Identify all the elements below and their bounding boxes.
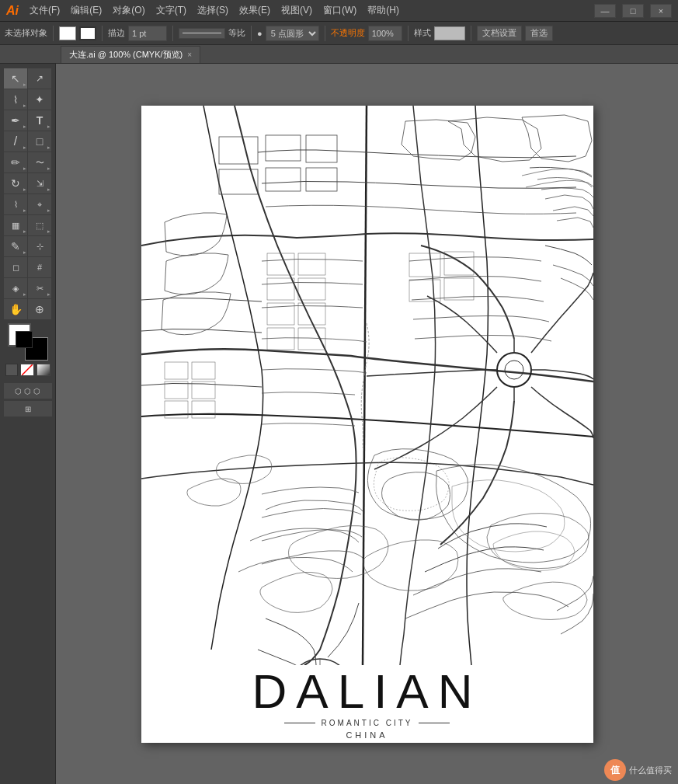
- smooth-icon: 〜: [36, 157, 44, 169]
- stroke-label: 描边: [108, 27, 125, 39]
- warp-tool[interactable]: ⌇ ▸: [4, 194, 27, 214]
- rotate-tool[interactable]: ↻ ▸: [4, 173, 27, 193]
- city-name-text: DALIAN: [252, 667, 482, 716]
- tab-dalian[interactable]: 大连.ai @ 100% (CMYK/预览) ×: [61, 46, 200, 63]
- canvas-area[interactable]: DALIAN ROMANTIC CITY CHINA 值 什么值得买: [56, 64, 678, 784]
- puppet-warp-tool[interactable]: ⌖ ▸: [28, 194, 51, 214]
- menu-window[interactable]: 窗口(W): [323, 4, 356, 17]
- graph-tool[interactable]: ▦ ▸: [4, 215, 27, 235]
- text-tool[interactable]: T ▸: [28, 110, 51, 131]
- blend-tool[interactable]: ◈ ▸: [4, 278, 27, 298]
- pencil-icon: ✏: [11, 156, 20, 169]
- tab-close-button[interactable]: ×: [187, 51, 192, 59]
- toolbar-divider-5: [325, 26, 325, 41]
- scale-arrow: ▸: [47, 186, 50, 193]
- line-tool[interactable]: / ▸: [4, 131, 27, 152]
- lasso-arrow: ▸: [23, 103, 26, 109]
- pencil-tool[interactable]: ✏ ▸: [4, 152, 27, 172]
- line-arrow: ▸: [23, 145, 26, 151]
- subtitle-line: ROMANTIC CITY: [284, 719, 450, 727]
- select-tool[interactable]: ↖ ▸: [4, 68, 27, 89]
- toolbar-divider-2: [102, 26, 103, 41]
- rect-arrow: ▸: [47, 145, 50, 151]
- fg-color-inner: [16, 331, 33, 348]
- tab-bar: 大连.ai @ 100% (CMYK/预览) ×: [0, 45, 678, 64]
- opacity-input[interactable]: [368, 26, 402, 41]
- color-mode-btn[interactable]: [5, 364, 18, 376]
- pen-tool[interactable]: ✒ ▸: [4, 110, 27, 131]
- proportion-label: 等比: [228, 27, 245, 39]
- measure-tool[interactable]: ⊹: [28, 236, 51, 256]
- rect-tool[interactable]: □ ▸: [28, 131, 51, 152]
- map-area: [141, 106, 593, 665]
- hand-tool[interactable]: ✋: [4, 299, 27, 319]
- zoom-tool[interactable]: ⊕: [28, 299, 51, 319]
- artboard-nav-tool[interactable]: ⊞: [4, 401, 52, 416]
- puppet-icon: ⌖: [37, 200, 42, 210]
- slice-tool[interactable]: ✂ ▸: [28, 278, 51, 298]
- window-maximize[interactable]: □: [622, 4, 644, 18]
- toolbar: 未选择对象 描边 等比 ● 5 点圆形 不透明度 样式 文档设置 首选: [0, 22, 678, 45]
- menu-view[interactable]: 视图(V): [281, 4, 312, 17]
- title-bar: Ai 文件(F) 编辑(E) 对象(O) 文字(T) 选择(S) 效果(E) 视…: [0, 0, 678, 22]
- blend-arrow: ▸: [23, 291, 26, 298]
- line-style-preview[interactable]: [179, 28, 225, 39]
- hand-icon: ✋: [9, 303, 23, 315]
- mesh-tool[interactable]: #: [28, 257, 51, 277]
- artboard-arrow: ▸: [47, 228, 50, 235]
- watermark: 值 什么值得买: [604, 759, 672, 781]
- direct-select-tool[interactable]: ↗: [28, 68, 51, 89]
- eyedropper-icon: ✎: [11, 240, 20, 253]
- mesh-icon: #: [37, 263, 42, 272]
- fg-bg-colors[interactable]: [8, 323, 48, 361]
- artboard-nav-icon: ⊞: [25, 405, 31, 413]
- dots-select[interactable]: 5 点圆形: [266, 26, 319, 41]
- rect-icon: □: [37, 135, 43, 148]
- first-button[interactable]: 首选: [525, 26, 553, 41]
- tab-title: 大连.ai @ 100% (CMYK/预览): [69, 49, 183, 61]
- left-toolbar: ↖ ▸ ↗ ⌇ ▸ ✦ ✒ ▸ T ▸: [0, 64, 56, 784]
- lasso-tool[interactable]: ⌇ ▸: [4, 89, 27, 110]
- stroke-width-input[interactable]: [128, 26, 167, 41]
- style-label: 样式: [414, 27, 431, 39]
- menu-help[interactable]: 帮助(H): [367, 4, 399, 17]
- artboard-tool[interactable]: ⬚ ▸: [28, 215, 51, 235]
- opacity-label: 不透明度: [331, 27, 365, 39]
- rotate-icon: ↻: [11, 177, 20, 190]
- eyedropper-tool[interactable]: ✎ ▸: [4, 236, 27, 256]
- fg-color-swatch[interactable]: [8, 323, 31, 347]
- window-minimize[interactable]: —: [594, 4, 616, 18]
- menu-object[interactable]: 对象(O): [113, 4, 144, 17]
- no-selection-label: 未选择对象: [5, 27, 47, 39]
- style-swatch[interactable]: [434, 26, 465, 40]
- window-close[interactable]: ×: [650, 4, 672, 18]
- magic-wand-icon: ✦: [35, 93, 44, 106]
- menu-file[interactable]: 文件(F): [30, 4, 60, 17]
- gradient-tool[interactable]: ◻: [4, 257, 27, 277]
- direct-select-icon: ↗: [36, 73, 43, 84]
- subtitle-left-rule: [284, 723, 315, 723]
- menu-edit[interactable]: 编辑(E): [71, 4, 102, 17]
- scale-tool[interactable]: ⇲ ▸: [28, 173, 51, 193]
- toolbar-divider-7: [471, 26, 471, 41]
- text-arrow: ▸: [47, 124, 50, 130]
- warp-arrow: ▸: [23, 207, 26, 214]
- menu-effect[interactable]: 效果(E): [239, 4, 270, 17]
- menu-select[interactable]: 选择(S): [197, 4, 228, 17]
- smooth-arrow: ▸: [47, 166, 50, 172]
- gradient-mode-btn[interactable]: [37, 364, 50, 376]
- artboard-icon: ⬚: [36, 221, 43, 231]
- measure-icon: ⊹: [37, 242, 43, 252]
- doc-settings-button[interactable]: 文档设置: [477, 26, 522, 41]
- color-area: [2, 320, 54, 379]
- reflect-tool[interactable]: ⬡ ⬡ ⬡: [4, 383, 52, 399]
- no-color-btn[interactable]: [20, 364, 34, 376]
- stroke-swatch[interactable]: [79, 26, 96, 40]
- menu-text[interactable]: 文字(T): [156, 4, 186, 17]
- zoom-icon: ⊕: [35, 303, 44, 315]
- fill-swatch[interactable]: [59, 26, 76, 40]
- warp-icon: ⌇: [14, 200, 18, 210]
- magic-wand-tool[interactable]: ✦: [28, 89, 51, 110]
- smooth-tool[interactable]: 〜 ▸: [28, 152, 51, 172]
- rotate-arrow: ▸: [23, 186, 26, 193]
